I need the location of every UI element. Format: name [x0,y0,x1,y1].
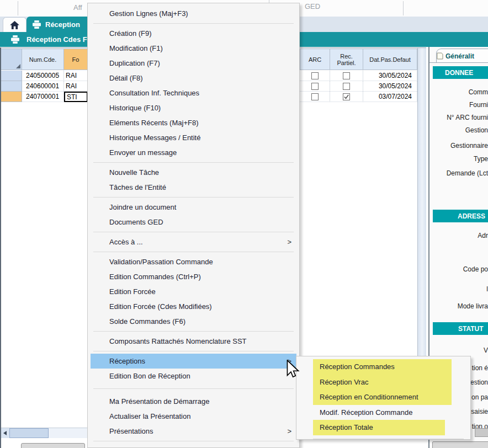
field-label-clipped: tion é [472,364,488,372]
menu-item[interactable]: Edition Bon de Réception [88,369,299,383]
menu-item[interactable]: Historique (F10) [88,100,299,115]
row-selector[interactable] [0,81,22,92]
menu-item[interactable]: Tâches de l'Entité [88,180,299,195]
cell-date-defaut[interactable]: 30/05/2024 [363,71,417,81]
menu-item[interactable]: Envoyer un message [88,145,299,160]
menu-item[interactable]: Composants Rattachés Nomenclature SST [88,334,299,349]
field-label: Code po [463,265,488,273]
rec-partiel-checkbox[interactable] [343,83,350,90]
menu-item[interactable]: Joindre un document [88,200,299,215]
submenu-item-label: Réception en Conditionnement [296,393,418,401]
cell-fournisseur[interactable]: STI [64,92,88,102]
tab-divider [18,1,18,15]
menu-item[interactable]: Edition Forcée (Cdes Modifiées) [88,299,299,314]
rec-partiel-checkbox[interactable] [343,72,350,79]
submenu-item-label: Réception Commandes [296,362,395,371]
menu-item[interactable]: Edition Commandes (Ctrl+P) [88,269,299,284]
top-tab-ged[interactable]: GED [305,2,320,10]
menu-item[interactable]: Présentations> [88,424,299,439]
menu-item[interactable]: Modification (F1) [88,41,299,56]
cell-num-cde[interactable]: 240500005 [22,71,64,81]
menu-separator [93,441,294,441]
tab-generalites[interactable]: Généralit [436,49,488,63]
menu-item[interactable]: Documents GED [88,215,299,230]
menu-item[interactable]: Nouvelle Tâche [88,165,299,180]
menu-item[interactable]: Edition Forcée [88,284,299,299]
menu-separator [93,252,294,252]
menu-item[interactable]: Gestion Lignes (Maj+F3) [88,6,299,21]
cell-fournisseur[interactable]: RAI [64,71,88,81]
submenu-item[interactable]: Réception Vrac [296,375,470,390]
arc-checkbox[interactable] [311,72,319,79]
bottom-left-panel [21,443,85,448]
rec-partiel-checkbox[interactable] [343,93,350,100]
cell-num-cde[interactable]: 240700001 [22,92,64,102]
field-label: Gestion [465,126,488,134]
menu-separator [93,197,294,198]
cell-date-defaut[interactable]: 03/07/2024 [363,92,417,102]
menu-separator [313,439,464,439]
menu-separator [93,388,294,389]
field-label: Mode livra [458,302,488,310]
home-tab[interactable] [3,17,26,33]
cell-arc[interactable] [300,92,330,102]
menu-item[interactable]: Duplication (F7) [88,56,299,71]
cell-arc[interactable] [300,71,330,81]
cell-rec-partiel[interactable] [330,71,363,81]
field-label: Type [474,155,488,163]
menu-item[interactable]: Validation/Passation Commande [88,254,299,269]
cell-fournisseur[interactable]: RAI [64,81,88,92]
menu-item[interactable]: Actualiser la Présentation [88,409,299,424]
column-header-rec-partiel[interactable]: Rec.Partiel. [330,49,363,70]
field-label: Adr [478,232,488,239]
horizontal-scrollbar-thumb[interactable] [9,428,49,438]
panel-field-box [475,428,488,437]
submenu-item-label: Modif. Réception Commande [296,408,412,417]
menu-item[interactable]: Consultation Inf. Techniques [88,86,299,100]
menu-item[interactable]: Ma Présentation de Démarrage [88,394,299,409]
scroll-left-button[interactable] [0,428,10,438]
menu-separator [93,162,294,163]
arc-checkbox[interactable] [311,83,319,90]
section-header: ADRESS [433,210,488,222]
check-icon [343,94,349,100]
top-tab-aff[interactable]: Aff [73,3,82,12]
submenu-arrow-icon: > [287,234,291,249]
column-header-date-defaut[interactable]: Dat.Pas.Defaut [363,49,417,70]
menu-item[interactable]: Réceptions> [91,354,296,369]
tab-generalites-label: Généralit [445,52,474,60]
row-selector[interactable] [0,71,22,81]
column-header-arc[interactable]: ARC [300,49,330,70]
row-selector[interactable] [0,92,22,102]
submenu-item[interactable]: Réception Commandes [296,359,470,375]
menu-item[interactable]: Historique Messages / Entité [88,130,299,145]
cell-rec-partiel[interactable] [330,81,363,92]
menu-item[interactable]: Détail (F8) [88,71,299,86]
arc-checkbox[interactable] [311,93,319,100]
column-header-num-cde[interactable]: Num.Cde. [22,49,64,70]
cell-date-defaut[interactable]: 30/05/2024 [363,81,417,92]
submenu-item[interactable]: Modif. Réception Commande [296,405,470,420]
menu-item[interactable]: Création (F9) [88,26,299,41]
tab-reception-label: Réception [45,20,80,29]
submenu-arrow-icon: > [287,424,291,439]
grid-corner-cell[interactable] [0,49,22,70]
cell-num-cde[interactable]: 240600001 [22,81,64,92]
menu-separator [93,351,294,351]
field-label: Gestionnaire [450,142,488,150]
field-label: N° ARC fourni [447,114,488,121]
printer-icon [32,20,41,29]
field-label: V [484,346,488,354]
note-icon [437,52,443,60]
cell-rec-partiel[interactable] [330,92,363,102]
panel-divider [429,62,488,63]
bottom-right-panel [432,441,488,448]
submenu-item[interactable]: Réception en Conditionnement [296,390,470,405]
submenu-item-label: Réception Totale [296,423,373,431]
column-header-fo[interactable]: Fo [63,49,88,70]
menu-item[interactable]: Eléments Récents (Maj+F8) [88,115,299,130]
submenu-item[interactable]: Réception Totale [296,420,470,435]
cell-arc[interactable] [300,81,330,92]
menu-item[interactable]: Accès à ...> [88,234,299,249]
menu-item[interactable]: Solde Commandes (F6) [88,314,299,329]
